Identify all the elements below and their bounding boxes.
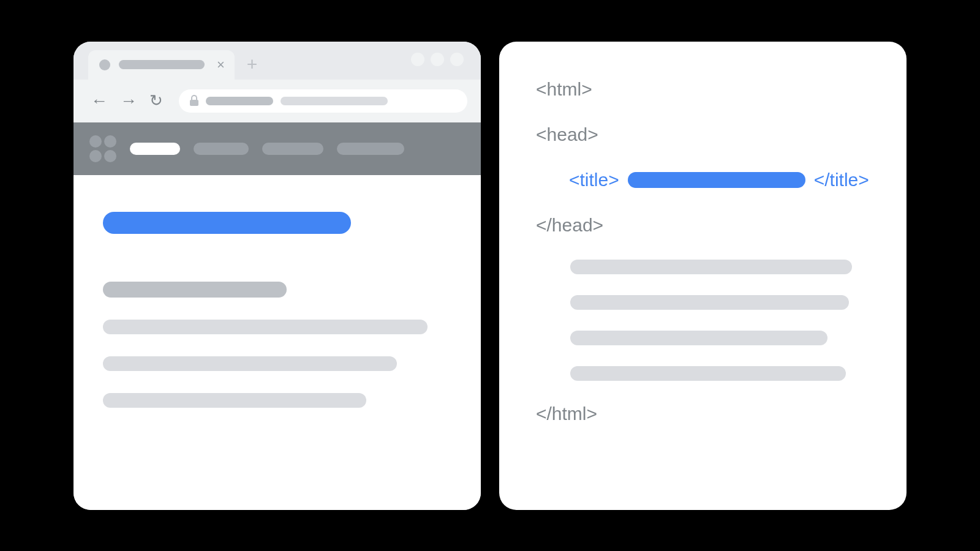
tag-html-open: <html> bbox=[536, 78, 592, 100]
content-line bbox=[570, 260, 852, 274]
body-placeholder-lines bbox=[570, 260, 870, 381]
nav-item-active[interactable] bbox=[130, 143, 180, 155]
code-line: <head> bbox=[536, 124, 870, 146]
browser-window: × + ← → ↻ bbox=[74, 42, 481, 510]
page-content bbox=[74, 175, 481, 510]
code-line: </html> bbox=[536, 403, 870, 425]
nav-item[interactable] bbox=[262, 143, 323, 155]
content-line bbox=[570, 295, 849, 310]
favicon-icon bbox=[99, 59, 110, 70]
code-line: </head> bbox=[536, 214, 870, 236]
tag-head-close: </head> bbox=[536, 214, 603, 236]
url-segment bbox=[281, 97, 388, 105]
tab-strip: × + bbox=[74, 42, 481, 80]
content-line bbox=[570, 331, 827, 345]
tag-title-open: <title> bbox=[569, 169, 619, 191]
browser-toolbar: ← → ↻ bbox=[74, 80, 481, 122]
lock-icon bbox=[190, 96, 198, 106]
code-panel: <html> <head> <title> </title> </head> <… bbox=[499, 42, 907, 510]
window-control-dot[interactable] bbox=[450, 53, 464, 66]
title-content-placeholder bbox=[628, 172, 805, 188]
code-line: <html> bbox=[536, 78, 870, 100]
address-bar[interactable] bbox=[179, 89, 467, 113]
window-controls bbox=[411, 53, 464, 66]
site-logo-icon bbox=[89, 135, 116, 162]
reload-icon[interactable]: ↻ bbox=[146, 91, 167, 110]
page-subtitle-placeholder bbox=[103, 282, 287, 298]
tag-html-close: </html> bbox=[536, 403, 597, 425]
tag-head-open: <head> bbox=[536, 124, 598, 146]
content-line bbox=[570, 366, 846, 381]
tag-title-close: </title> bbox=[814, 169, 869, 191]
window-control-dot[interactable] bbox=[411, 53, 424, 66]
close-tab-icon[interactable]: × bbox=[217, 58, 225, 72]
back-icon[interactable]: ← bbox=[87, 90, 111, 112]
window-control-dot[interactable] bbox=[431, 53, 444, 66]
content-line bbox=[103, 356, 397, 371]
nav-item[interactable] bbox=[194, 143, 249, 155]
code-line: <title> </title> bbox=[536, 169, 870, 191]
new-tab-icon[interactable]: + bbox=[247, 55, 258, 80]
forward-icon[interactable]: → bbox=[116, 90, 141, 112]
browser-tab[interactable]: × bbox=[88, 50, 235, 80]
url-segment bbox=[206, 97, 273, 105]
page-title-placeholder bbox=[103, 212, 351, 234]
site-header bbox=[74, 122, 481, 175]
nav-item[interactable] bbox=[337, 143, 404, 155]
content-line bbox=[103, 393, 366, 408]
tab-title-placeholder bbox=[119, 60, 205, 69]
content-line bbox=[103, 320, 428, 334]
